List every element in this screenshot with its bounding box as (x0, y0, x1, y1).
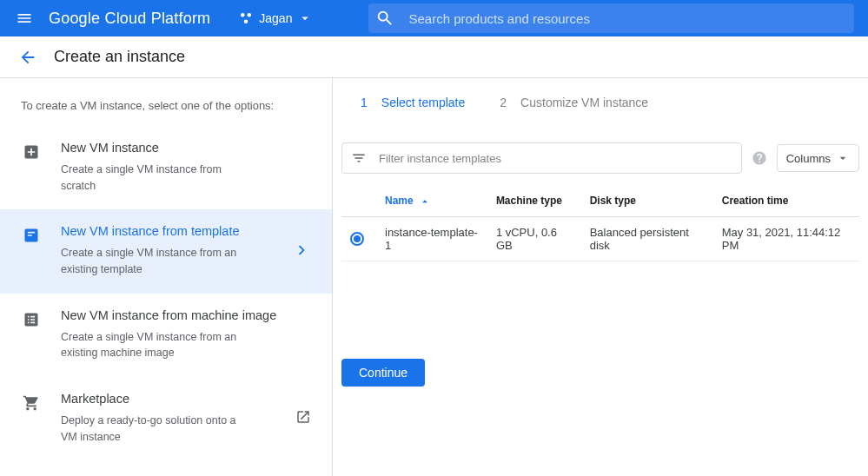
step-label: Select template (381, 96, 466, 109)
table-header-creation-time[interactable]: Creation time (713, 188, 859, 216)
option-desc: Create a single VM instance from an exis… (61, 329, 243, 362)
option-title: New VM instance from machine image (61, 307, 311, 324)
option-desc: Create a single VM instance from scratch (61, 162, 243, 195)
project-name: Jagan (259, 11, 292, 25)
continue-button[interactable]: Continue (341, 359, 425, 387)
search-container (368, 3, 854, 33)
step-label: Customize VM instance (520, 96, 648, 109)
top-bar: Google Cloud Platform Jagan (0, 0, 868, 36)
columns-label: Columns (786, 152, 831, 165)
svg-point-2 (244, 20, 248, 24)
main-layout: To create a VM instance, select one of t… (0, 78, 868, 476)
option-desc: Deploy a ready-to-go solution onto a VM … (61, 413, 243, 446)
content-area: 1 Select template 2 Customize VM instanc… (333, 78, 868, 476)
step-number: 2 (500, 96, 507, 109)
step-select-template[interactable]: 1 Select template (361, 96, 465, 109)
filter-row: Columns (333, 120, 868, 184)
svg-point-0 (241, 13, 245, 17)
machine-image-icon (21, 309, 42, 330)
dropdown-icon (297, 10, 313, 26)
filter-input[interactable] (379, 152, 732, 165)
templates-table: Name Machine type Disk type Creation tim… (341, 188, 859, 261)
project-icon (238, 10, 254, 26)
option-from-machine-image[interactable]: New VM instance from machine image Creat… (0, 294, 332, 377)
search-box[interactable] (368, 3, 854, 33)
table-header-disk-type[interactable]: Disk type (581, 188, 713, 216)
option-desc: Create a single VM instance from an exis… (61, 245, 243, 278)
option-from-template[interactable]: New VM instance from template Create a s… (0, 209, 332, 293)
search-icon (375, 9, 394, 28)
cell-machine-type: 1 vCPU, 0.6 GB (487, 216, 581, 261)
plus-box-icon (21, 142, 42, 162)
table-row[interactable]: instance-template-1 1 vCPU, 0.6 GB Balan… (341, 216, 859, 261)
back-arrow-icon (18, 48, 37, 67)
chevron-right-icon (292, 241, 311, 263)
external-link-icon (295, 409, 311, 428)
help-icon[interactable] (751, 149, 768, 167)
sidebar-intro: To create a VM instance, select one of t… (0, 78, 332, 126)
filter-icon (351, 150, 367, 166)
cell-disk-type: Balanced persistent disk (581, 216, 713, 261)
sort-asc-icon (419, 195, 431, 208)
columns-button[interactable]: Columns (777, 144, 859, 172)
option-title: New VM instance from template (61, 223, 311, 240)
option-title: Marketplace (61, 391, 311, 407)
step-customize-vm[interactable]: 2 Customize VM instance (500, 96, 648, 109)
hamburger-icon (16, 10, 33, 27)
stepper: 1 Select template 2 Customize VM instanc… (333, 78, 868, 120)
step-number: 1 (361, 96, 368, 109)
option-marketplace[interactable]: Marketplace Deploy a ready-to-go solutio… (0, 377, 332, 460)
cell-name: instance-template-1 (376, 216, 487, 261)
option-title: New VM instance (61, 140, 311, 156)
cell-creation-time: May 31, 2021, 11:44:12 PM (713, 216, 859, 261)
template-icon (21, 225, 42, 246)
table-header-select (341, 188, 376, 216)
back-button[interactable] (14, 43, 42, 71)
hamburger-menu-button[interactable] (7, 1, 42, 36)
dropdown-icon (836, 151, 850, 165)
radio-selected[interactable] (350, 232, 364, 246)
table-header-name[interactable]: Name (376, 188, 487, 216)
filter-box[interactable] (341, 142, 742, 174)
option-new-vm[interactable]: New VM instance Create a single VM insta… (0, 126, 332, 209)
project-selector[interactable]: Jagan (231, 7, 320, 30)
page-title: Create an instance (54, 48, 185, 66)
marketplace-icon (21, 393, 42, 413)
table-header-machine-type[interactable]: Machine type (487, 188, 581, 216)
sidebar: To create a VM instance, select one of t… (0, 78, 333, 476)
brand-logo: Google Cloud Platform (49, 10, 210, 28)
search-input[interactable] (408, 11, 847, 26)
title-bar: Create an instance (0, 36, 868, 78)
svg-point-1 (248, 13, 252, 17)
